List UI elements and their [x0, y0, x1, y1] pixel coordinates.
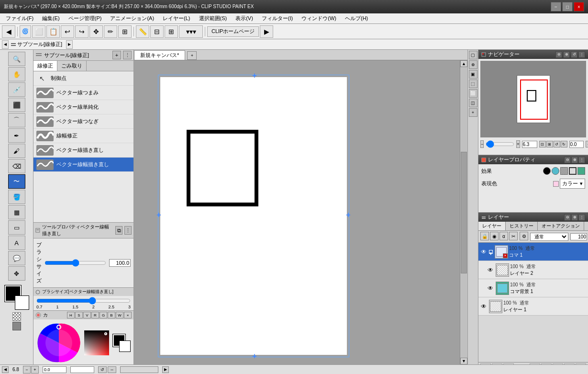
nav-zoom-slider[interactable]	[486, 140, 514, 148]
layer-tab-history[interactable]: ヒストリー	[506, 222, 538, 230]
menu-file[interactable]: ファイル(F)	[2, 14, 37, 23]
layer-vis-layer1[interactable]: 👁	[479, 302, 488, 311]
color-saturation-square[interactable]	[84, 330, 109, 355]
clip-home-button[interactable]: CLIPホームページ	[207, 26, 259, 37]
tool-eraser[interactable]: ⌫	[8, 159, 25, 173]
nav-btn-3[interactable]: ↺	[571, 51, 577, 58]
bg-mini-swatch[interactable]	[120, 341, 130, 351]
tool-item-vector-pinch[interactable]: ベクター線つまみ	[33, 86, 133, 100]
layer-opacity-input[interactable]	[570, 233, 587, 240]
color-mode-b[interactable]: B	[108, 312, 115, 318]
tool-brush[interactable]: 🖌	[8, 144, 25, 158]
tool-item-vector-connect[interactable]: ベクター線つなぎ	[33, 114, 133, 129]
toolbar-guide[interactable]: ⊟	[150, 25, 164, 38]
tool-zoom[interactable]: 🔍	[8, 52, 25, 66]
status-collapse-btn[interactable]: ▶	[162, 366, 169, 373]
layer-item-layer1[interactable]: 👁 100 % 通常 レイヤー 1	[478, 297, 588, 316]
layer-item-komabg[interactable]: 👁 100 % 通常 コマ背景 1	[478, 279, 588, 297]
menu-page[interactable]: ページ管理(P)	[65, 14, 106, 23]
tool-figure[interactable]: ▭	[8, 220, 25, 235]
color-mode-w[interactable]: W	[116, 312, 123, 318]
rmini-3[interactable]: ▣	[469, 70, 477, 79]
menu-help[interactable]: ヘルプ(H)	[341, 14, 372, 23]
effect-btn-2[interactable]	[552, 167, 559, 175]
nav-btn-2[interactable]: ⊕	[563, 51, 570, 58]
layer-item-layer2[interactable]: 👁 100 % 通常 レイヤー 2	[478, 261, 588, 279]
menu-anim[interactable]: アニメーション(A)	[106, 14, 158, 23]
tool-text[interactable]: A	[8, 236, 25, 250]
layer-prop-btn-1[interactable]: ⊖	[564, 157, 571, 163]
nav-rotate-l[interactable]: ↺	[554, 141, 560, 147]
subtool-tab-line-fix[interactable]: 線修正	[33, 61, 57, 71]
toolbar-clip-home[interactable]: 🌀	[20, 25, 31, 38]
toolbar-transform[interactable]: ⊞	[118, 25, 132, 38]
toolbar-grid[interactable]: ⊞	[165, 25, 178, 38]
effect-btn-4[interactable]	[569, 167, 577, 175]
menu-window[interactable]: ウィンドウ(W)	[298, 14, 340, 23]
nav-zoom-in[interactable]: +	[516, 140, 520, 148]
nav-zoom-value[interactable]	[522, 141, 537, 148]
rmini-5[interactable]: ⬜	[469, 89, 477, 98]
toolbar-paste[interactable]: 📋	[46, 25, 60, 38]
toolprops-menu-btn[interactable]: ⋮	[124, 226, 132, 235]
toolbar-redo[interactable]: ↪	[75, 25, 89, 38]
canvas-area[interactable]: + + + + ▲ ▼ ◀ ▶	[134, 60, 467, 374]
layer-tab-layers[interactable]: レイヤー	[478, 222, 506, 230]
layer-panel-btn-1[interactable]: ⊖	[564, 214, 571, 221]
tool-move[interactable]: ✥	[8, 266, 25, 281]
effect-btn-5[interactable]	[577, 167, 585, 175]
color-mode-select[interactable]: カラー ▾	[560, 179, 585, 189]
rmini-6[interactable]: ◫	[469, 99, 477, 107]
tool-selection[interactable]: ⬛	[8, 98, 25, 112]
nav-angle-value[interactable]	[569, 141, 584, 148]
nav-btn-1[interactable]: ⊖	[555, 51, 562, 58]
layer-vis-koma1[interactable]: 👁	[479, 248, 488, 256]
tool-lasso[interactable]: ⌒	[8, 113, 25, 127]
color-mode-x[interactable]: ×	[124, 312, 132, 318]
color-mode-g[interactable]: G	[100, 312, 107, 318]
layer-vis-komabg[interactable]: 👁	[486, 284, 495, 293]
toolbar-pen[interactable]: ✏	[104, 25, 117, 38]
scroll-v-thumb[interactable]	[461, 152, 467, 273]
color-mode-r[interactable]: R	[91, 312, 99, 318]
nav-btn-4[interactable]: ⋮	[578, 51, 585, 58]
tool-gradient[interactable]: ▦	[8, 205, 25, 219]
canvas-tab-main[interactable]: 新規キャンバス*	[134, 50, 185, 60]
scroll-v-down[interactable]: ▼	[460, 358, 467, 364]
menu-layer[interactable]: レイヤー(L)	[159, 14, 194, 23]
tool-item-vector-simplify[interactable]: ベクター線単純化	[33, 100, 133, 114]
toolbar-expand-left[interactable]: ◀	[2, 25, 15, 38]
sub-toolbar-collapse-left[interactable]: ◀	[2, 40, 9, 49]
layer-panel-btn-2[interactable]: ⊕	[571, 214, 578, 221]
tool-item-vector-redraw[interactable]: ベクター線描き直し	[33, 143, 133, 158]
layer-tab-auto[interactable]: オートアクション	[538, 222, 584, 230]
background-color[interactable]	[15, 296, 29, 309]
sub-toolbar-collapse-right[interactable]: ▶	[66, 40, 73, 49]
toolbar-undo[interactable]: ↩	[61, 25, 74, 38]
layer-item-koma1[interactable]: 👁 ▾ ✕ 100 % 通常 コマ	[478, 243, 588, 261]
tool-pen[interactable]: ✒	[8, 128, 25, 143]
layer-blend-select[interactable]: 通常	[530, 233, 568, 241]
rmini-7[interactable]: +	[469, 108, 477, 117]
toolbar-copy[interactable]: ⬜	[32, 25, 45, 38]
close-button[interactable]: ×	[574, 2, 584, 11]
toolbar-snap[interactable]: ▾▾▾	[179, 25, 203, 38]
tool-balloon[interactable]: 💬	[8, 251, 25, 265]
toolbar-ruler[interactable]: 📏	[136, 25, 149, 38]
rmini-1[interactable]: ▢	[469, 51, 477, 59]
rmini-2[interactable]: ⊕	[469, 60, 477, 69]
color-wheel-svg[interactable]	[37, 321, 80, 364]
canvas-scrollbar-v[interactable]: ▲ ▼	[460, 60, 467, 364]
scroll-v-up[interactable]: ▲	[460, 60, 467, 67]
subtool-menu-btn[interactable]: ⋮	[123, 51, 132, 59]
tool-item-vector-width-redraw[interactable]: ベクター線幅描き直し	[33, 158, 133, 172]
layer-prop-btn-3[interactable]: ⋮	[578, 157, 585, 163]
layer-folder-expand[interactable]: ▾	[489, 250, 493, 254]
nav-rotate-r[interactable]: ↻	[561, 141, 567, 147]
layer-mask-icon[interactable]: ◉	[490, 232, 499, 240]
brush-preset-slider[interactable]	[36, 297, 131, 305]
minimize-button[interactable]: −	[551, 2, 561, 11]
brush-size-slider[interactable]	[44, 259, 106, 267]
layer-alpha-icon[interactable]: α	[499, 232, 508, 240]
layer-panel-btn-3[interactable]: ⋮	[578, 214, 585, 221]
